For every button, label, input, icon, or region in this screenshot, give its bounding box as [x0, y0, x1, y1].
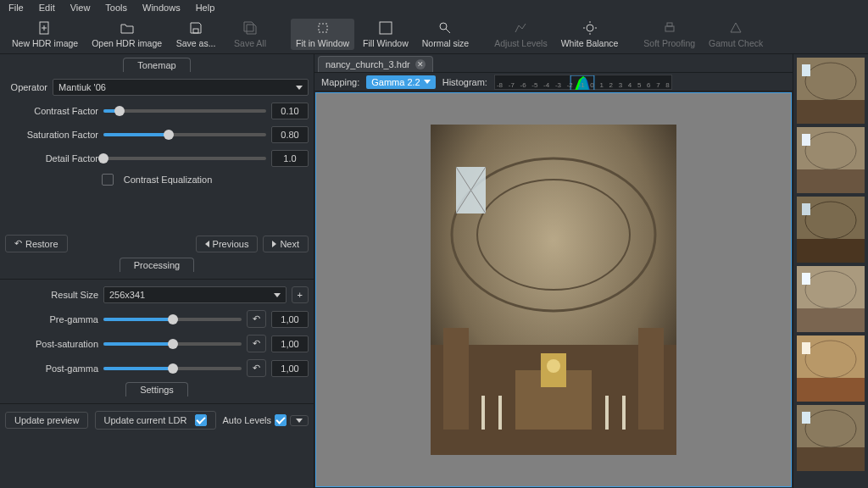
thumbnail[interactable]: [797, 266, 865, 332]
normal-size-icon: [437, 20, 453, 36]
save-all-icon: [242, 20, 258, 36]
saturation-label: Saturation Factor: [5, 130, 98, 140]
svg-rect-49: [802, 273, 810, 285]
white-balance-button[interactable]: White Balance: [556, 19, 624, 50]
undo-icon: ↶: [14, 238, 22, 249]
previous-button[interactable]: Previous: [196, 236, 259, 252]
thumbnail[interactable]: [797, 127, 865, 193]
saturation-value[interactable]: 0.80: [271, 126, 309, 143]
auto-levels-dropdown[interactable]: [290, 415, 309, 426]
mapping-bar: Mapping: Gamma 2.2 Histogram: -8-7-6-5-4…: [314, 73, 793, 92]
mapping-value: Gamma 2.2: [371, 77, 420, 87]
contrast-label: Contrast Factor: [5, 106, 98, 116]
adjust-levels-label: Adjust Levels: [494, 38, 547, 48]
detail-slider[interactable]: [103, 152, 266, 165]
pregamma-slider[interactable]: [103, 313, 242, 326]
postgamma-label: Post-gamma: [5, 363, 98, 374]
pregamma-reset-button[interactable]: ↶: [247, 310, 266, 328]
fill-window-button[interactable]: Fill Window: [358, 19, 414, 50]
result-size-select[interactable]: 256x341: [103, 286, 287, 303]
postgamma-value[interactable]: 1,00: [271, 360, 309, 377]
menu-tools[interactable]: Tools: [105, 3, 127, 13]
operator-value: Mantiuk '06: [58, 82, 106, 92]
contrast-slider[interactable]: [103, 104, 266, 118]
chevron-down-icon: [296, 86, 303, 90]
save-as-button[interactable]: Save as...: [170, 19, 221, 50]
svg-rect-13: [665, 26, 674, 31]
postgamma-reset-button[interactable]: ↶: [247, 359, 266, 377]
adjust-levels-button[interactable]: Adjust Levels: [489, 19, 552, 50]
soft-proofing-button[interactable]: Soft Proofing: [638, 19, 700, 50]
file-plus-icon: [37, 20, 53, 36]
operator-label: Operator: [5, 82, 47, 92]
open-hdr-button[interactable]: Open HDR image: [86, 19, 167, 50]
close-icon[interactable]: ✕: [415, 59, 426, 69]
menu-bar: File Edit View Tools Windows Help: [0, 0, 868, 15]
next-button[interactable]: Next: [263, 236, 309, 252]
thumbnail-strip: [793, 54, 868, 488]
svg-rect-38: [797, 100, 865, 124]
menu-view[interactable]: View: [70, 3, 91, 13]
fit-window-icon: [315, 20, 331, 36]
menu-file[interactable]: File: [8, 3, 24, 13]
thumbnail[interactable]: [797, 58, 865, 124]
svg-rect-3: [193, 29, 198, 33]
result-size-value: 256x341: [109, 290, 145, 300]
svg-rect-27: [638, 328, 664, 430]
thumbnail[interactable]: [797, 197, 865, 263]
svg-rect-4: [319, 24, 327, 32]
settings-tab: Settings: [5, 382, 309, 396]
new-hdr-label: New HDR image: [12, 38, 78, 48]
histogram-ticks: -8-7-6-5-4-3-2-1012345678: [495, 75, 671, 89]
detail-value[interactable]: 1.0: [271, 150, 309, 167]
svg-rect-34: [622, 396, 626, 430]
levels-icon: [513, 20, 528, 36]
mapping-select[interactable]: Gamma 2.2: [366, 75, 435, 89]
update-ldr-checkbox[interactable]: [195, 414, 207, 426]
saturation-slider[interactable]: [103, 128, 266, 141]
detail-label: Detail Factor: [5, 153, 98, 164]
gamut-check-label: Gamut Check: [709, 38, 763, 48]
operator-select[interactable]: Mantiuk '06: [53, 79, 309, 96]
document-tab[interactable]: nancy_church_3.hdr ✕: [318, 56, 433, 72]
new-hdr-button[interactable]: New HDR image: [7, 19, 83, 50]
postgamma-slider[interactable]: [103, 362, 242, 375]
svg-rect-5: [380, 22, 392, 34]
image-viewport[interactable]: [315, 92, 792, 487]
update-preview-button[interactable]: Update preview: [5, 412, 88, 429]
restore-button[interactable]: ↶Restore: [5, 235, 68, 252]
chevron-left-icon: [205, 241, 209, 247]
contrast-eq-checkbox[interactable]: [102, 174, 114, 186]
fit-window-label: Fit in Window: [296, 38, 349, 48]
menu-edit[interactable]: Edit: [39, 3, 55, 13]
fill-window-label: Fill Window: [363, 38, 409, 48]
wb-icon: [582, 20, 598, 36]
save-all-button[interactable]: Save All: [225, 19, 275, 50]
gamut-icon: [728, 20, 743, 36]
postsat-value[interactable]: 1,00: [271, 336, 309, 352]
main-toolbar: New HDR image Open HDR image Save as... …: [0, 15, 868, 54]
auto-levels-checkbox[interactable]: [275, 414, 287, 426]
histogram[interactable]: -8-7-6-5-4-3-2-1012345678: [494, 75, 672, 90]
chevron-down-icon: [424, 80, 431, 84]
postsat-slider[interactable]: [103, 337, 242, 351]
normal-size-label: Normal size: [422, 38, 469, 48]
result-size-plus-button[interactable]: +: [292, 286, 309, 303]
svg-rect-32: [498, 396, 502, 430]
svg-rect-26: [443, 328, 469, 430]
update-ldr-button[interactable]: Update current LDR: [95, 411, 217, 430]
chevron-right-icon: [272, 241, 276, 247]
thumbnail[interactable]: [797, 336, 865, 402]
postsat-reset-button[interactable]: ↶: [247, 335, 266, 352]
gamut-check-button[interactable]: Gamut Check: [704, 19, 768, 50]
menu-windows[interactable]: Windows: [142, 3, 181, 13]
save-icon: [188, 20, 203, 36]
pregamma-value[interactable]: 1,00: [271, 311, 309, 328]
center-panel: nancy_church_3.hdr ✕ Mapping: Gamma 2.2 …: [314, 54, 793, 488]
normal-size-button[interactable]: Normal size: [417, 19, 474, 50]
menu-help[interactable]: Help: [196, 3, 215, 13]
thumbnail[interactable]: [797, 405, 865, 471]
processing-tab: Processing: [5, 258, 309, 272]
fit-window-button[interactable]: Fit in Window: [291, 19, 354, 50]
contrast-value[interactable]: 0.10: [271, 103, 309, 119]
